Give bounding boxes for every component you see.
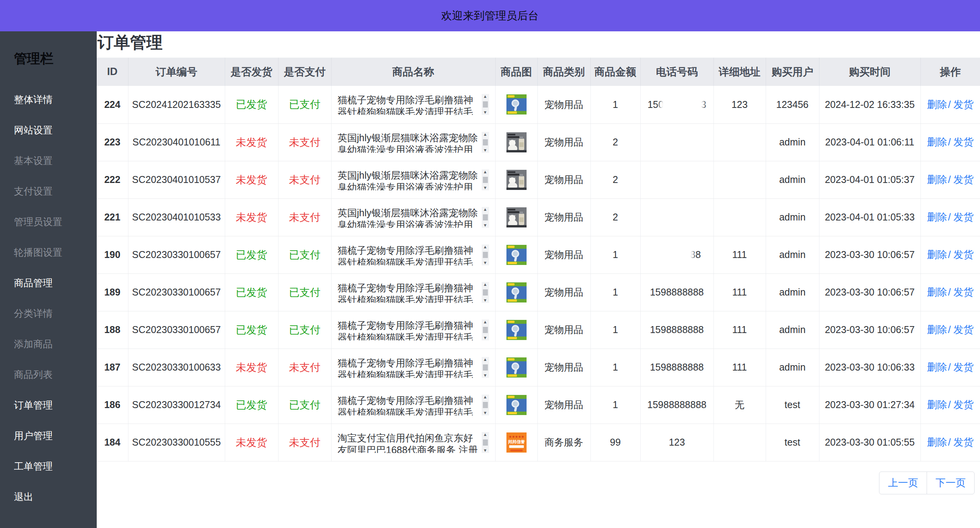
scroll-thumb[interactable] (483, 214, 488, 220)
table-row: 187SC20230330100633未发货未支付猫梳子宠物专用除浮毛刷撸猫神器… (97, 349, 980, 386)
sidebar-item-logout[interactable]: 退出 (14, 492, 97, 502)
scrollbar[interactable]: ▲▼ (482, 94, 489, 115)
ship-order-link[interactable]: 发货 (953, 361, 973, 373)
scroll-down-icon[interactable]: ▼ (483, 335, 487, 340)
scroll-down-icon[interactable]: ▼ (483, 260, 487, 265)
scroll-down-icon[interactable]: ▼ (483, 110, 487, 115)
scroll-down-icon[interactable]: ▼ (483, 148, 487, 153)
col-header-phone: 电话号码 (640, 58, 713, 86)
sidebar-item-user-management[interactable]: 用户管理 (14, 431, 97, 441)
scrollbar[interactable]: ▲▼ (482, 357, 489, 378)
scroll-down-icon[interactable]: ▼ (483, 448, 487, 453)
time-cell: 2023-03-30 01:05:55 (819, 424, 920, 461)
sidebar-item-basic-settings[interactable]: 基本设置 (14, 156, 97, 166)
ship-order-link[interactable]: 发货 (953, 436, 973, 448)
scrollbar[interactable]: ▲▼ (482, 320, 489, 340)
time-cell: 2024-12-02 16:33:35 (819, 86, 920, 123)
user-cell: admin (766, 123, 819, 161)
product-name-box[interactable]: 英国jhly银渐层猫咪沐浴露宠物除臭幼猫洗澡专用浴液香波洗护用品▲▼ (338, 207, 489, 228)
sidebar-item-ticket-management[interactable]: 工单管理 (14, 461, 97, 471)
sidebar-item-site-settings[interactable]: 网站设置 (14, 125, 97, 135)
product-name-box[interactable]: 英国jhly银渐层猫咪沐浴露宠物除臭幼猫洗澡专用浴液香波洗护用品▲▼ (338, 132, 489, 153)
delete-order-link[interactable]: 删除 (927, 324, 947, 335)
ship-order-link[interactable]: 发货 (953, 136, 973, 148)
product-name-box[interactable]: 淘宝支付宝信用代拍闲鱼京东好友阿里巴巴1688代商务服务 注册▲▼ (338, 432, 489, 453)
ship-order-link[interactable]: 发货 (953, 211, 973, 223)
prev-page-button[interactable]: 上一页 (879, 472, 927, 494)
sidebar-item-payment-settings[interactable]: 支付设置 (14, 186, 97, 196)
scroll-up-icon[interactable]: ▲ (483, 94, 487, 99)
scroll-down-icon[interactable]: ▼ (483, 373, 487, 378)
scroll-thumb[interactable] (483, 101, 488, 108)
scroll-up-icon[interactable]: ▲ (483, 432, 487, 437)
scroll-up-icon[interactable]: ▲ (483, 244, 487, 249)
ship-order-link[interactable]: 发货 (953, 99, 973, 110)
scrollbar[interactable]: ▲▼ (482, 132, 489, 153)
ship-order-link[interactable]: 发货 (953, 324, 973, 335)
ship-order-link[interactable]: 发货 (953, 249, 973, 260)
product-image-cell (495, 198, 537, 236)
sidebar-item-order-management[interactable]: 订单管理 (14, 400, 97, 410)
scroll-up-icon[interactable]: ▲ (483, 320, 487, 325)
scroll-up-icon[interactable]: ▲ (483, 395, 487, 400)
delete-order-link[interactable]: 删除 (927, 436, 947, 448)
scroll-thumb[interactable] (483, 439, 488, 446)
scroll-down-icon[interactable]: ▼ (483, 185, 487, 190)
action-separator: / (948, 436, 951, 448)
product-name-box[interactable]: 猫梳子宠物专用除浮毛刷撸猫神器针梳狗狗猫咪毛发清理开结毛▲▼ (338, 94, 489, 115)
sidebar-item-product-list[interactable]: 商品列表 (14, 370, 97, 379)
ship-order-link[interactable]: 发货 (953, 286, 973, 298)
scroll-thumb[interactable] (483, 364, 488, 371)
scroll-up-icon[interactable]: ▲ (483, 357, 487, 362)
sidebar-item-carousel-settings[interactable]: 轮播图设置 (14, 248, 97, 257)
orders-table: ID订单编号是否发货是否支付商品名称商品图商品类别商品金额电话号码详细地址购买用… (97, 58, 980, 461)
scroll-thumb[interactable] (483, 289, 488, 296)
scroll-thumb[interactable] (483, 327, 488, 333)
scroll-down-icon[interactable]: ▼ (483, 410, 487, 415)
ship-order-link[interactable]: 发货 (953, 174, 973, 185)
product-name-box[interactable]: 猫梳子宠物专用除浮毛刷撸猫神器针梳狗狗猫咪毛发清理开结毛▲▼ (338, 282, 489, 303)
sidebar-item-add-product[interactable]: 添加商品 (14, 339, 97, 349)
ship-order-link[interactable]: 发货 (953, 399, 973, 410)
delete-order-link[interactable]: 删除 (927, 399, 947, 410)
product-name-box[interactable]: 猫梳子宠物专用除浮毛刷撸猫神器针梳狗狗猫咪毛发清理开结毛▲▼ (338, 395, 489, 415)
delete-order-link[interactable]: 删除 (927, 174, 947, 185)
scroll-thumb[interactable] (483, 402, 488, 408)
scrollbar[interactable]: ▲▼ (482, 207, 489, 228)
delete-order-link[interactable]: 删除 (927, 136, 947, 148)
sidebar-item-overall-details[interactable]: 整体详情 (14, 95, 97, 104)
scroll-up-icon[interactable]: ▲ (483, 169, 487, 174)
next-page-button[interactable]: 下一页 (927, 472, 975, 494)
scroll-thumb[interactable] (483, 177, 488, 183)
order-no-cell: SC20230330100657 (128, 273, 225, 311)
delete-order-link[interactable]: 删除 (927, 361, 947, 373)
delete-order-link[interactable]: 删除 (927, 286, 947, 298)
product-name-box[interactable]: 猫梳子宠物专用除浮毛刷撸猫神器针梳狗狗猫咪毛发清理开结毛▲▼ (338, 320, 489, 340)
sidebar-title: 管理栏 (14, 50, 97, 68)
sidebar-item-admin-settings[interactable]: 管理员设置 (14, 217, 97, 227)
sidebar-item-category-details[interactable]: 分类详情 (14, 309, 97, 318)
scroll-thumb[interactable] (483, 139, 488, 145)
delete-order-link[interactable]: 删除 (927, 211, 947, 223)
scrollbar[interactable]: ▲▼ (482, 432, 489, 453)
product-image-cell: ★★★★★邦邦信誉 (495, 424, 537, 461)
scrollbar[interactable]: ▲▼ (482, 244, 489, 265)
scroll-up-icon[interactable]: ▲ (483, 282, 487, 287)
scroll-thumb[interactable] (483, 252, 488, 258)
scroll-down-icon[interactable]: ▼ (483, 298, 487, 303)
scrollbar[interactable]: ▲▼ (482, 282, 489, 303)
sidebar-item-product-management[interactable]: 商品管理 (14, 278, 97, 288)
delete-order-link[interactable]: 删除 (927, 99, 947, 110)
col-header-paid: 是否支付 (278, 58, 331, 86)
product-name-box[interactable]: 英国jhly银渐层猫咪沐浴露宠物除臭幼猫洗澡专用浴液香波洗护用品▲▼ (338, 169, 489, 190)
scroll-up-icon[interactable]: ▲ (483, 207, 487, 212)
product-name-box[interactable]: 猫梳子宠物专用除浮毛刷撸猫神器针梳狗狗猫咪毛发清理开结毛▲▼ (338, 244, 489, 265)
scroll-up-icon[interactable]: ▲ (483, 132, 487, 137)
action-separator: / (948, 249, 951, 260)
product-name-box[interactable]: 猫梳子宠物专用除浮毛刷撸猫神器针梳狗狗猫咪毛发清理开结毛▲▼ (338, 357, 489, 378)
delete-order-link[interactable]: 删除 (927, 249, 947, 260)
scroll-down-icon[interactable]: ▼ (483, 223, 487, 228)
scrollbar[interactable]: ▲▼ (482, 395, 489, 415)
payment-status: 未支付 (278, 161, 331, 198)
scrollbar[interactable]: ▲▼ (482, 169, 489, 190)
